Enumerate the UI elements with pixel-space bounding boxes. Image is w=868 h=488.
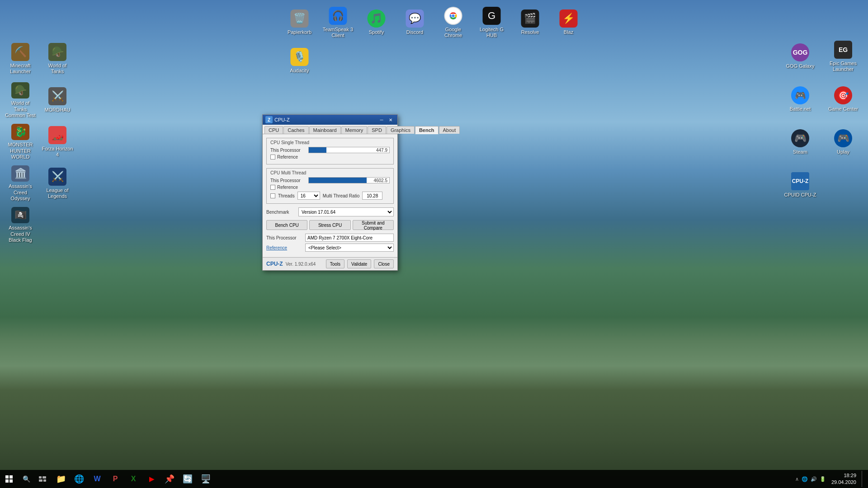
tab-spd[interactable]: SPD <box>368 126 386 134</box>
taskbar-media[interactable]: ▶ <box>143 470 160 488</box>
desktop-icon-papierkorb[interactable]: 🗑️ Papierkorb <box>282 5 318 41</box>
reference-select-row: Reference <Please Select> <box>266 244 394 252</box>
benchmark-row: Benchmark Version 17.01.64 <box>266 207 394 216</box>
submit-compare-button[interactable]: Submit and Compare <box>353 220 394 230</box>
taskbar-chrome[interactable]: 🌐 <box>71 470 88 488</box>
svg-rect-7 <box>39 476 42 479</box>
desktop-icon-chrome[interactable]: Google Chrome <box>435 5 472 41</box>
window-controls: ─ ✕ <box>377 116 395 123</box>
clock-time: 18:29 <box>831 472 856 479</box>
desktop-icon-discord[interactable]: 💬 Discord <box>397 5 433 41</box>
desktop-icon-blaz[interactable]: ⚡ Blaz <box>551 5 587 41</box>
ratio-label: Multi Thread Ratio <box>323 193 360 198</box>
taskbar-system-icons: ∧ 🌐 🔊 🔋 <box>795 476 826 482</box>
desktop-icon-teamspeak[interactable]: 🎧 TeamSpeak 3 Client <box>320 5 356 41</box>
multi-thread-title: CPU Multi Thread <box>270 170 390 175</box>
close-button[interactable]: ✕ <box>387 116 395 123</box>
svg-rect-6 <box>9 479 13 483</box>
taskbar-powerpoint[interactable]: P <box>107 470 124 488</box>
taskbar-file-explorer[interactable]: 📁 <box>52 470 70 488</box>
desktop-icon-epic[interactable]: EG Epic Games Launcher <box>823 36 863 77</box>
svg-rect-9 <box>39 479 42 482</box>
window-footer: CPU-Z Ver. 1.92.0.x64 Tools Validate Clo… <box>263 257 397 270</box>
stress-cpu-button[interactable]: Stress CPU <box>309 220 350 230</box>
tab-bench[interactable]: Bench <box>415 126 439 134</box>
tab-caches[interactable]: Caches <box>283 126 308 134</box>
taskbar-network-icon[interactable]: 🌐 <box>802 476 808 482</box>
desktop-icon-forza[interactable]: 🏎️ Forza Horizon 4 <box>39 122 75 162</box>
single-thread-value: 447.9 <box>376 147 387 153</box>
single-thread-group: CPU Single Thread This Processor 447.9 R… <box>266 138 394 164</box>
svg-rect-4 <box>9 475 13 479</box>
desktop-icon-logitech[interactable]: G Logitech G HUB <box>474 5 510 41</box>
tab-graphics[interactable]: Graphics <box>387 126 415 134</box>
desktop-icon-mordhau[interactable]: ⚔️ MORDHAU <box>39 80 75 121</box>
desktop-icon-resolve[interactable]: 🎬 Resolve <box>512 5 548 41</box>
tab-memory[interactable]: Memory <box>341 126 368 134</box>
proc-label: This Processor <box>266 235 302 240</box>
desktop-icon-steam[interactable]: 🎮 Steam <box>780 122 821 163</box>
window-title: CPU-Z <box>274 117 377 122</box>
multi-thread-processor-row: This Processor 4602.5 <box>270 177 390 183</box>
window-titlebar: Z CPU-Z ─ ✕ <box>263 115 397 125</box>
threads-row: Threads 16 8 4 2 1 Multi Thread Ratio 10… <box>270 192 390 200</box>
desktop-icon-gog[interactable]: GOG GOG Galaxy <box>780 36 821 77</box>
close-footer-button[interactable]: Close <box>374 259 394 268</box>
threads-checkbox[interactable] <box>270 193 275 198</box>
reference-dropdown[interactable]: <Please Select> <box>305 244 394 252</box>
desktop-icon-aco[interactable]: 🏛️ Assassin's Creed Odyssey <box>2 163 38 204</box>
desktop-icon-audacity[interactable]: 🎙️ Audacity <box>282 43 318 79</box>
multi-ref-checkbox[interactable] <box>270 185 275 190</box>
tab-mainboard[interactable]: Mainboard <box>309 126 341 134</box>
taskbar-pin1[interactable]: 📌 <box>161 470 178 488</box>
cpuz-window: Z CPU-Z ─ ✕ CPU Caches Mainboard Memory … <box>262 114 398 271</box>
desktop-icon-mhw[interactable]: 🐉 MONSTER HUNTER WORLD <box>2 122 38 162</box>
minimize-button[interactable]: ─ <box>377 116 386 123</box>
desktop-icon-minecraft[interactable]: ⛏️ Minecraft Launcher <box>2 38 38 79</box>
taskbar-task-view[interactable] <box>34 471 51 487</box>
desktop-icon-lol[interactable]: ⚔️ League of Legends <box>39 163 75 204</box>
validate-button[interactable]: Validate <box>347 259 371 268</box>
taskbar-refresh[interactable]: 🔄 <box>179 470 196 488</box>
desktop-icon-ac4[interactable]: 🏴‍☠️ Assassin's Creed IV Black Flag <box>2 205 38 245</box>
benchmark-label: Benchmark <box>266 210 296 215</box>
taskbar-excel[interactable]: X <box>125 470 142 488</box>
taskbar-expand-icon[interactable]: ∧ <box>795 476 799 482</box>
tools-button[interactable]: Tools <box>326 259 344 268</box>
tab-cpu[interactable]: CPU <box>264 126 283 134</box>
threads-label: Threads <box>278 193 295 198</box>
desktop-icon-wot-common[interactable]: 🪖 World of Tanks Common Test <box>2 80 38 121</box>
multi-thread-value: 4602.5 <box>373 178 387 183</box>
multi-thread-bar <box>309 178 367 183</box>
single-processor-label: This Processor <box>270 148 307 153</box>
footer-version: Ver. 1.92.0.x64 <box>286 262 323 267</box>
single-ref-checkbox[interactable] <box>270 155 275 160</box>
benchmark-dropdown[interactable]: Version 17.01.64 <box>298 207 394 216</box>
start-button[interactable] <box>0 470 18 488</box>
tab-about[interactable]: About <box>439 126 460 134</box>
taskbar-volume-icon[interactable]: 🔊 <box>811 476 817 482</box>
desktop-icon-gamecenter[interactable]: 🎯 Game Center <box>823 79 863 120</box>
taskbar-show-desktop[interactable] <box>862 471 864 487</box>
desktop-icon-battlenet[interactable]: 🎮 Battle.net <box>780 79 821 120</box>
svg-point-2 <box>452 14 455 17</box>
taskbar-word[interactable]: W <box>89 470 106 488</box>
taskbar-screen[interactable]: 🖥️ <box>197 470 214 488</box>
processor-value: AMD Ryzen 7 2700X Eight-Core Processor <box>305 234 394 242</box>
taskbar-clock[interactable]: 18:29 29.04.2020 <box>828 472 860 486</box>
taskbar-search-icon[interactable]: 🔍 <box>18 471 34 487</box>
footer-logo: CPU-Z <box>266 261 283 267</box>
single-thread-bar-container: 447.9 <box>308 147 390 153</box>
multi-thread-ref-row: Reference <box>270 185 390 190</box>
desktop-icon-spotify[interactable]: 🎵 Spotify <box>359 5 395 41</box>
desktop-icon-uplay[interactable]: 🎮 Uplay <box>823 122 863 163</box>
single-thread-processor-row: This Processor 447.9 <box>270 147 390 153</box>
desktop-icon-cpuid[interactable]: CPU-Z CPUID CPU-Z <box>780 165 821 206</box>
threads-dropdown[interactable]: 16 8 4 2 1 <box>297 192 320 200</box>
single-thread-title: CPU Single Thread <box>270 140 390 145</box>
bench-cpu-button[interactable]: Bench CPU <box>266 220 307 230</box>
top-icon-grid: 🗑️ Papierkorb 🎧 TeamSpeak 3 Client 🎵 Spo… <box>277 0 591 84</box>
single-thread-ref-row: Reference <box>270 155 390 160</box>
desktop-icon-worldoftanks[interactable]: 🪖 World of Tanks <box>39 38 75 79</box>
processor-info-row: This Processor AMD Ryzen 7 2700X Eight-C… <box>266 234 394 242</box>
